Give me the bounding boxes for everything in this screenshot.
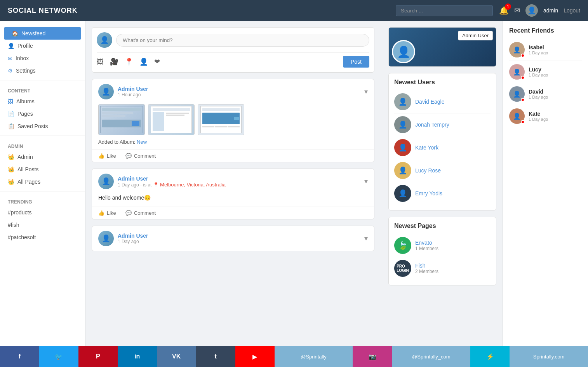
post-footer: 👍 Like 💬 Comment	[92, 207, 374, 219]
friend-name: Lucy	[529, 66, 548, 73]
friend-name: David	[529, 89, 548, 95]
notification-bell[interactable]: 🔔 1	[499, 6, 509, 15]
post-dropdown-button[interactable]: ▾	[364, 87, 368, 96]
post-username[interactable]: Admin User	[118, 176, 360, 182]
like-icon: 👍	[98, 210, 104, 216]
header: SOCIAL NETWORK 🔔 1 ✉ 👤 admin Logout	[0, 0, 588, 21]
post-username[interactable]: Admin User	[118, 233, 360, 239]
friend-item-isabel[interactable]: 👤 Isabel 1 Day ago	[509, 39, 582, 61]
sidebar-item-settings[interactable]: ⚙ Settings	[0, 64, 85, 77]
online-dot	[521, 76, 525, 80]
profile-cover-name[interactable]: Admin User	[458, 31, 493, 40]
instagram-button[interactable]: 📷	[353, 346, 392, 367]
notif-badge: 1	[505, 3, 511, 10]
sidebar-label-admin: Admin	[17, 154, 33, 160]
fish-icon: PROLOGIN	[394, 260, 411, 277]
sidebar-item-saved-posts[interactable]: 📋 Saved Posts	[0, 120, 85, 132]
message-icon[interactable]: ✉	[514, 6, 520, 15]
sprintally-2-button[interactable]: @Sprintally_com	[392, 346, 470, 367]
linkedin-button[interactable]: in	[118, 346, 157, 367]
post-body: Hello and welcome😊	[92, 194, 374, 207]
pinterest-button[interactable]: P	[78, 346, 118, 367]
sidebar-label-fish: #fish	[8, 222, 19, 228]
user-name: Emry Yodis	[415, 190, 442, 197]
sprintally-1-button[interactable]: @Sprintally	[275, 346, 353, 367]
sidebar-item-inbox[interactable]: ✉ Inbox	[0, 52, 85, 64]
post-dropdown-button[interactable]: ▾	[364, 177, 368, 186]
like-button[interactable]: 👍 Like	[98, 210, 116, 216]
sprintally-3-button[interactable]: Sprintally.com	[510, 346, 588, 367]
sidebar-item-pages[interactable]: 📄 Pages	[0, 108, 85, 120]
pages-icon: 📄	[8, 111, 14, 117]
list-item[interactable]: 👤 Jonah Tempry	[394, 113, 491, 136]
post-dropdown-button[interactable]: ▾	[364, 234, 368, 243]
page-members: 1 Members	[415, 246, 438, 251]
list-item[interactable]: 👤 Lucy Rose	[394, 159, 491, 182]
comment-button[interactable]: 💬 Comment	[125, 153, 156, 159]
sidebar-label-all-pages: All Pages	[17, 179, 40, 185]
header-username: admin	[543, 7, 558, 14]
post-image-3[interactable]	[198, 104, 244, 135]
comment-label: Comment	[134, 153, 156, 159]
page-members: 2 Members	[415, 269, 438, 274]
vk-button[interactable]: VK	[157, 346, 196, 367]
list-item[interactable]: 🍃 Envato 1 Members	[394, 234, 491, 257]
post-meta: 1 Hour ago	[118, 92, 360, 97]
friend-item-david[interactable]: 👤 David 1 Day ago	[509, 83, 582, 105]
sidebar: 🏠 Newsfeed 👤 Profile ✉ Inbox ⚙ Settings …	[0, 21, 85, 367]
post-image-2[interactable]	[148, 104, 195, 135]
post-button[interactable]: Post	[343, 56, 369, 68]
logout-button[interactable]: Logout	[564, 7, 580, 14]
sidebar-item-albums[interactable]: 🖼 Albums	[0, 95, 85, 108]
sidebar-label-albums: Albums	[16, 98, 35, 104]
twitter-button[interactable]: 🐦	[39, 346, 78, 367]
user-avatar-emry-yodis: 👤	[394, 185, 411, 202]
post-user-info: Admin User 1 Hour ago	[118, 86, 360, 97]
tumblr-button[interactable]: t	[196, 346, 235, 367]
list-item[interactable]: 👤 Emry Yodis	[394, 182, 491, 205]
location-text: Melbourne, Victoria, Australia	[160, 182, 226, 188]
list-item[interactable]: PROLOGIN Fish 2 Members	[394, 257, 491, 280]
post-card: 👤 Admin User 1 Day ago ▾	[92, 226, 374, 251]
albums-icon: 🖼	[8, 98, 13, 104]
search-input[interactable]	[396, 5, 493, 16]
sidebar-item-all-posts[interactable]: 👑 All Posts	[0, 163, 85, 176]
facebook-button[interactable]: f	[0, 346, 39, 367]
profile-cover-avatar[interactable]: 👤	[392, 40, 415, 63]
youtube-button[interactable]: ▶	[235, 346, 275, 367]
album-link[interactable]: New	[137, 139, 147, 145]
person-icon: 👤	[8, 43, 14, 49]
friend-time: 1 Day ago	[529, 95, 548, 99]
comment-button[interactable]: 💬 Comment	[125, 210, 156, 216]
post-card: 👤 Admin User 1 Day ago - is at 📍 Melbour…	[92, 169, 374, 219]
list-item[interactable]: 👤 Kate York	[394, 136, 491, 159]
friend-item-kate[interactable]: 👤 Kate 1 Day ago	[509, 105, 582, 127]
post-image-1[interactable]	[98, 104, 145, 135]
sidebar-item-newsfeed[interactable]: 🏠 Newsfeed	[4, 27, 81, 40]
add-video-button[interactable]: 🎥	[110, 57, 118, 66]
post-user-info: Admin User 1 Day ago	[118, 233, 360, 244]
like-label: Like	[107, 153, 116, 159]
tag-people-button[interactable]: 👤	[139, 57, 148, 66]
list-item[interactable]: 👤 David Eagle	[394, 90, 491, 113]
sidebar-item-admin[interactable]: 👑 Admin	[0, 151, 85, 163]
app-title: SOCIAL NETWORK	[8, 7, 78, 15]
admin-section-label: Admin	[0, 139, 85, 151]
like-button[interactable]: 👍 Like	[98, 153, 116, 159]
add-feeling-button[interactable]: ❤	[154, 57, 160, 66]
sidebar-item-all-pages[interactable]: 👑 All Pages	[0, 176, 85, 188]
friend-item-lucy[interactable]: 👤 Lucy 1 Day ago	[509, 61, 582, 83]
add-photo-button[interactable]: 🖼	[97, 58, 104, 66]
sidebar-item-products[interactable]: #products	[0, 206, 85, 219]
post-username[interactable]: Admin User	[118, 86, 360, 92]
comment-label: Comment	[134, 210, 156, 216]
right-panel: 👤 Admin User Newest Users 👤 David Eagle …	[382, 21, 503, 367]
sidebar-item-patchesoft[interactable]: #patchesoft	[0, 231, 85, 244]
add-location-button[interactable]: 📍	[125, 57, 133, 66]
post-header: 👤 Admin User 1 Day ago - is at 📍 Melbour…	[92, 169, 374, 194]
sidebar-item-fish[interactable]: #fish	[0, 219, 85, 231]
user-avatar[interactable]: 👤	[525, 4, 538, 17]
composer-input[interactable]	[116, 34, 369, 47]
sidebar-item-profile[interactable]: 👤 Profile	[0, 40, 85, 52]
bolt-button[interactable]: ⚡	[470, 346, 510, 367]
